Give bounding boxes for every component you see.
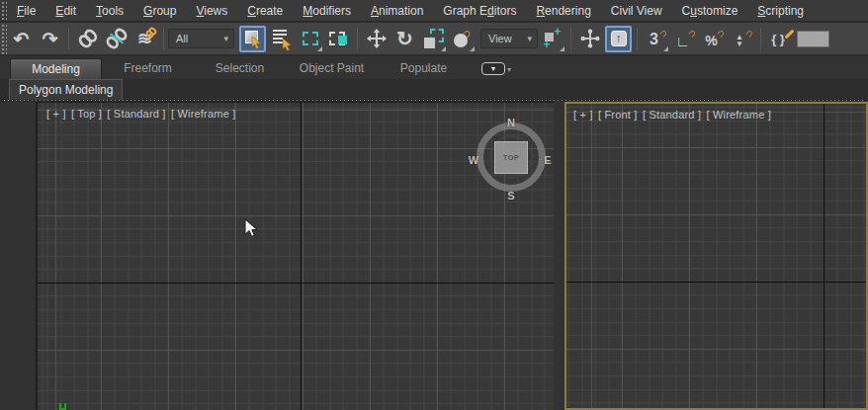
keyboard-shortcut-override-toggle[interactable]: ↑ xyxy=(605,26,632,52)
main-toolbar: ↶ ↷ ≋ xyxy=(0,23,868,55)
manipulate-icon xyxy=(579,28,601,49)
undo-icon: ↶ xyxy=(14,28,30,50)
grid-origin-y-axis xyxy=(824,104,825,408)
undo-button[interactable]: ↶ xyxy=(8,26,35,52)
polygon-modeling-panel-tab[interactable]: Polygon Modeling xyxy=(9,79,123,100)
viewport-menu-shading[interactable]: [ Wireframe ] xyxy=(171,108,236,120)
selection-filter-dropdown[interactable]: All ▾ xyxy=(168,29,234,48)
use-center-icon: + + xyxy=(543,29,563,48)
use-pivot-point-center-button[interactable]: + + xyxy=(539,26,565,52)
select-and-scale-button[interactable] xyxy=(420,26,447,52)
viewport-menu-renderer[interactable]: [ Standard ] xyxy=(643,109,701,121)
menu-create[interactable]: Create xyxy=(237,0,293,22)
menu-tools[interactable]: Tools xyxy=(86,0,133,22)
toolbar-separator xyxy=(637,28,638,49)
redo-button[interactable]: ↷ xyxy=(37,26,63,52)
viewport-front-label: [ + ] [ Front ] [ Standard ] [ Wireframe… xyxy=(573,109,773,121)
braces-icon: { } xyxy=(771,32,785,46)
compass-west[interactable]: W xyxy=(469,154,478,166)
select-and-place-button[interactable]: ∩ xyxy=(449,26,476,52)
toolbar-drag-handle[interactable] xyxy=(0,23,7,54)
menu-views[interactable]: Views xyxy=(186,0,237,22)
chevron-down-icon: ▾ xyxy=(527,34,537,43)
viewport-menu-general[interactable]: [ + ] xyxy=(573,109,593,121)
coord-system-value: View xyxy=(488,33,512,44)
rotate-icon: ↻ xyxy=(396,27,413,50)
ribbon-tab-freeform[interactable]: Freeform xyxy=(102,58,194,79)
viewport-menu-pov[interactable]: [ Front ] xyxy=(598,109,638,121)
select-and-link-button[interactable] xyxy=(74,26,101,52)
viewport-front[interactable]: [ + ] [ Front ] [ Standard ] [ Wireframe… xyxy=(564,102,868,410)
viewport-menu-shading[interactable]: [ Wireframe ] xyxy=(706,109,771,121)
rectangular-selection-region-button[interactable] xyxy=(297,26,323,52)
compass-north[interactable]: N xyxy=(507,117,515,128)
link-icon xyxy=(77,28,99,49)
toolbar-separator xyxy=(163,28,164,49)
viewcube-compass[interactable]: N E S W TOP xyxy=(470,116,553,199)
magnet-icon: ∩ xyxy=(743,25,757,39)
viewport-menu-renderer[interactable]: [ Standard ] xyxy=(107,108,165,120)
3dsmax-window: File Edit Tools Group Views Create Modif… xyxy=(0,0,868,410)
ribbon-tab-selection[interactable]: Selection xyxy=(194,58,286,79)
ribbon-tab-bar: Modeling Freeform Selection Object Paint… xyxy=(0,56,868,79)
snap-toggle-3d-button[interactable]: 3 ∩ xyxy=(643,26,669,52)
menu-edit[interactable]: Edit xyxy=(45,0,86,22)
scale-icon xyxy=(424,29,444,48)
menu-group[interactable]: Group xyxy=(133,0,186,22)
menu-rendering[interactable]: Rendering xyxy=(526,0,600,22)
menu-civil-view[interactable]: Civil View xyxy=(601,0,672,22)
toolbar-separator xyxy=(68,28,69,49)
reference-coordinate-system-dropdown[interactable]: View ▾ xyxy=(480,29,538,48)
selection-filter-value: All xyxy=(176,33,188,44)
redo-icon: ↷ xyxy=(43,28,58,50)
viewport-menu-general[interactable]: [ + ] xyxy=(46,108,66,120)
menu-bar: File Edit Tools Group Views Create Modif… xyxy=(0,0,868,22)
toolbar-separator xyxy=(357,28,358,49)
angle-snap-toggle-button[interactable]: ∟ ∩ xyxy=(671,26,698,52)
named-selection-sets-field[interactable] xyxy=(797,31,829,47)
viewport-grid xyxy=(566,104,866,408)
menu-customize[interactable]: Customize xyxy=(672,0,748,22)
menu-modifiers[interactable]: Modifiers xyxy=(293,0,361,22)
grid-origin-y-axis xyxy=(301,103,302,410)
selection-region-icon xyxy=(303,32,318,45)
ribbon-tab-object-paint[interactable]: Object Paint xyxy=(286,58,378,79)
menu-file[interactable]: File xyxy=(7,0,45,22)
menu-animation[interactable]: Animation xyxy=(361,0,433,22)
bind-link-icon xyxy=(145,27,157,39)
magnet-icon: ∩ xyxy=(657,25,671,39)
unlink-selection-button[interactable] xyxy=(103,26,130,52)
menubar-drag-handle[interactable] xyxy=(0,0,7,21)
edit-named-selection-sets-button[interactable]: { } xyxy=(766,26,793,52)
compass-south[interactable]: S xyxy=(507,190,514,202)
unlink-icon xyxy=(106,28,128,49)
menu-scripting[interactable]: Scripting xyxy=(747,0,814,22)
mouse-cursor xyxy=(244,218,258,238)
compass-east[interactable]: E xyxy=(544,154,551,166)
select-by-name-button[interactable] xyxy=(268,26,295,52)
bind-to-space-warp-button[interactable]: ≋ xyxy=(131,26,158,52)
percent-snap-toggle-button[interactable]: % ∩ xyxy=(700,26,727,52)
yellow-cursor-icon xyxy=(251,37,262,49)
ribbon-tab-modeling[interactable]: Modeling xyxy=(10,58,102,79)
select-and-rotate-button[interactable]: ↻ xyxy=(391,26,418,52)
grid-origin-x-axis xyxy=(38,283,554,284)
ribbon-tab-populate[interactable]: Populate xyxy=(378,58,470,79)
window-crossing-toggle-button[interactable] xyxy=(325,26,352,52)
viewport-menu-pov[interactable]: [ Top ] xyxy=(71,108,102,120)
menu-graph-editors[interactable]: Graph Editors xyxy=(433,0,526,22)
select-and-manipulate-button[interactable] xyxy=(576,26,603,52)
viewport-top[interactable]: [ + ] [ Top ] [ Standard ] [ Wireframe ]… xyxy=(36,102,554,410)
spinner-snap-toggle-button[interactable]: ▲ ▼ ∩ xyxy=(729,26,755,52)
select-and-move-button[interactable] xyxy=(363,26,390,52)
ribbon-panel-row: Polygon Modeling xyxy=(0,79,868,100)
magnet-icon: ∩ xyxy=(686,25,700,39)
select-object-button[interactable] xyxy=(239,26,266,52)
move-icon xyxy=(366,28,388,49)
yellow-cursor-icon xyxy=(282,39,293,51)
ribbon-minimize-button[interactable]: ▼ xyxy=(481,62,505,75)
grid-origin-x-axis xyxy=(566,282,866,283)
ribbon-minimize-arrow-icon[interactable]: ▾ xyxy=(507,65,511,74)
viewcube-top-face[interactable]: TOP xyxy=(494,141,528,174)
ribbon-minimize-icon: ▼ xyxy=(490,65,497,72)
